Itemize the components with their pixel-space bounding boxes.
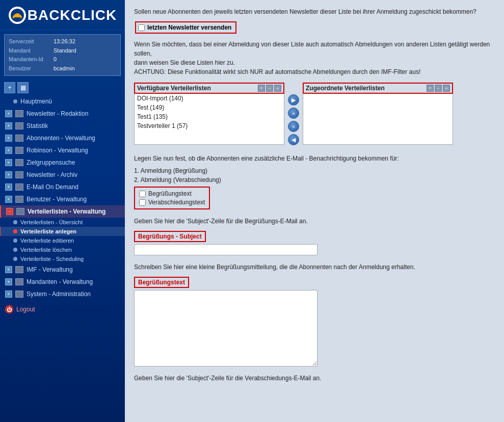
list-item-1[interactable]: Test (149) [135, 103, 284, 112]
nav-sub-anlegen[interactable]: Verteilerliste anlegen [0, 227, 125, 236]
bullet-icon [13, 220, 17, 224]
expand-icon-btn[interactable]: + [4, 82, 15, 93]
sub-loeschen-label: Verteilerliste löschen [20, 247, 72, 253]
subject-section: Geben Sie hier die 'Subject'-Zeile für d… [134, 217, 495, 255]
table-icon-btn[interactable]: ▦ [17, 82, 29, 93]
table-icon [15, 196, 23, 203]
zugeordnete-eq-icon[interactable]: = [443, 85, 450, 92]
expand-icon: + [5, 122, 12, 129]
nav-zielgruppensuche[interactable]: + Zielgruppensuche [0, 156, 125, 169]
table-icon [15, 110, 23, 117]
nav-verteilerlisten[interactable]: - Verteilerlisten - Verwaltung [0, 205, 125, 218]
logo-icon [8, 6, 26, 24]
nav-hauptmenu[interactable]: Hauptmenü [0, 95, 125, 108]
benutzer-value: bcadmin [54, 64, 75, 73]
expand-icon: + [5, 171, 12, 178]
arrow-right-single[interactable]: ▶ [287, 94, 300, 106]
nav-email-on-demand[interactable]: + E-Mail On Demand [0, 181, 125, 193]
zugeordnete-add-icon[interactable]: + [427, 85, 434, 92]
system-administration-label: System - Administration [26, 291, 91, 298]
logout-icon: ⏻ [5, 305, 13, 313]
email-on-demand-label: E-Mail On Demand [26, 183, 78, 191]
hauptmenu-label: Hauptmenü [20, 98, 52, 105]
nav-sub-uebersicht[interactable]: Verteilerlisten - Übersicht [0, 218, 125, 227]
newsletter-checkbox-container: letzten Newsletter versenden [135, 21, 236, 34]
arrow-buttons: ▶ » « ◀ [284, 94, 303, 146]
verfuegbare-add-icon[interactable]: + [258, 85, 265, 92]
expand-icon: + [5, 135, 12, 142]
verfuegbare-eq-icon[interactable]: = [274, 85, 281, 92]
expand-icon: + [5, 291, 12, 298]
arrow-left-double[interactable]: « [287, 120, 300, 133]
newsletter-archiv-label: Newsletter - Archiv [26, 171, 77, 178]
abmeldung-line3: ACHTUNG: Diese Funktionalität wirkt sich… [134, 68, 420, 75]
table-icon [16, 208, 24, 215]
begruss-text-section: Schreiben Sie hier eine kleine Begrüßung… [134, 262, 495, 366]
zugeordnete-listbox[interactable] [303, 94, 453, 145]
abmeldung-line1: Wenn Sie möchten, dass bei einer Abmeldu… [134, 41, 490, 57]
sidebar-icon-bar: + ▦ [0, 80, 125, 95]
bullet-icon [13, 99, 17, 103]
nav-robinson[interactable]: + Robinson - Verwaltung [0, 144, 125, 156]
nav-statistik[interactable]: + Statistik [0, 120, 125, 132]
verabschiedung-checkbox[interactable] [139, 199, 146, 206]
expand-icon: + [5, 196, 12, 203]
notif-text: Legen Sie nun fest, ob die Abonnenten ei… [134, 154, 495, 163]
nav-sub-scheduling[interactable]: Verteilerliste - Scheduling [0, 254, 125, 263]
nav-system-administration[interactable]: + System - Administration [0, 288, 125, 300]
verabschiedung-checkbox-line: Verabschiedungstext [139, 199, 205, 206]
nav-abonnenten[interactable]: + Abonnenten - Verwaltung [0, 132, 125, 144]
nav-sub-loeschen[interactable]: Verteilerliste löschen [0, 245, 125, 254]
zugeordnete-minus-icon[interactable]: − [435, 85, 442, 92]
nav-sub-editieren[interactable]: Verteilerliste editieren [0, 236, 125, 245]
newsletter-checkbox[interactable] [138, 24, 145, 31]
sub-uebersicht-label: Verteilerlisten - Übersicht [20, 219, 83, 225]
nav-mandanten-verwaltung[interactable]: + Mandanten - Verwaltung [0, 276, 125, 288]
verabschiedung-checkbox-label: Verabschiedungstext [148, 199, 205, 206]
notif-items: 1. Anmeldung (Begrüßung)2. Abmeldung (Ve… [134, 166, 495, 184]
verfuegbare-icons: + − = [258, 85, 281, 92]
serverzeit-label: Serverzeit [9, 37, 54, 46]
sidebar: BACKCLICK Serverzeit 13:26:32 Mandant St… [0, 0, 125, 422]
notif-checkbox-group: Begrüßungstext Verabschiedungstext [134, 187, 210, 209]
zugeordnete-icons: + − = [427, 85, 450, 92]
nav-newsletter-redaktion[interactable]: + Newsletter - Redaktion [0, 108, 125, 120]
arrow-right-double[interactable]: » [287, 107, 300, 119]
table-icon [15, 159, 23, 166]
list-item-0[interactable]: DOI-Import (140) [135, 94, 284, 103]
imf-verwaltung-label: IMF - Verwaltung [26, 266, 73, 273]
list-item-2[interactable]: Test1 (135) [135, 112, 284, 121]
statistik-label: Statistik [26, 122, 48, 129]
nav-imf-verwaltung[interactable]: + IMF - Verwaltung [0, 263, 125, 276]
benutzer-label: Benutzer [9, 64, 54, 73]
mandanten-id-label: Mandanten-Id [9, 55, 54, 64]
expand-icon: + [5, 147, 12, 154]
verfuegbare-listbox[interactable]: DOI-Import (140) Test (149) Test1 (135) … [134, 94, 284, 145]
list-item-3[interactable]: Testverteiler 1 (57) [135, 121, 284, 130]
begruss-text-textarea[interactable] [134, 290, 317, 366]
arrow-left-single[interactable]: ◀ [287, 134, 300, 146]
table-icon [15, 291, 23, 298]
subject-input[interactable] [134, 244, 317, 255]
bullet-icon-active [13, 229, 17, 233]
verteilerlisten-label: Verteilerlisten - Verwaltung [28, 208, 105, 215]
begruss-text-label: Begrüßungstext [134, 277, 189, 288]
verfuegbare-label: Verfügbare Verteilerlisten [137, 85, 258, 92]
notif-section: Legen Sie nun fest, ob die Abonnenten ei… [134, 154, 495, 209]
expand-icon: - [6, 208, 13, 215]
server-info: Serverzeit 13:26:32 Mandant Standard Man… [4, 34, 121, 76]
begruss-text-text: Schreiben Sie hier eine kleine Begrüßung… [134, 262, 495, 272]
arrow-right-icon: ▶ [288, 94, 299, 106]
mandant-label: Mandant [9, 46, 54, 56]
begruessung-checkbox[interactable] [139, 191, 146, 197]
nav-benutzer-verwaltung[interactable]: + Benutzer - Verwaltung [0, 193, 125, 205]
nav-newsletter-archiv[interactable]: + Newsletter - Archiv [0, 169, 125, 181]
verfuegbare-minus-icon[interactable]: − [266, 85, 273, 92]
serverzeit-value: 13:26:32 [54, 37, 75, 46]
subject-label: Begrüßungs - Subject [134, 231, 206, 242]
expand-icon: + [5, 110, 12, 117]
nav-logout[interactable]: ⏻ Logout [0, 302, 125, 316]
table-icon [15, 147, 23, 154]
table-icon [15, 278, 23, 285]
expand-icon: + [5, 278, 12, 285]
